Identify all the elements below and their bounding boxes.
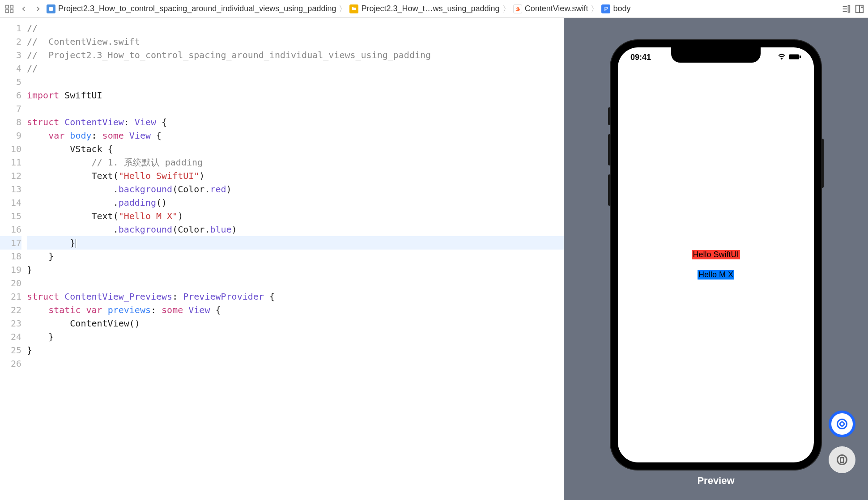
code-line[interactable]: // Project2.3_How_to_control_spacing_aro… [27,48,564,62]
preview-on-device-button[interactable] [829,446,855,473]
code-line[interactable] [27,276,564,290]
code-line[interactable]: } [27,250,564,263]
line-number: 22 [0,303,21,317]
line-number: 9 [0,129,21,142]
line-number: 2 [0,35,21,48]
phone-volume-up [608,134,611,165]
status-time: 09:41 [630,53,651,62]
related-items-button[interactable] [4,3,15,15]
main-area: 1234567891011121314151617181920212223242… [0,18,868,500]
folder-icon [349,4,358,13]
code-line[interactable]: Text("Hello SwiftUI") [27,169,564,182]
nav-forward-button[interactable] [32,3,44,15]
phone-content: Hello SwiftUI Hello M X [618,67,814,462]
phone-frame: 09:41 Hello SwiftUI Hello M X [611,40,821,470]
svg-rect-2 [6,9,9,12]
code-line[interactable]: // [27,62,564,75]
phone-notch [671,47,761,63]
code-editor[interactable]: 1234567891011121314151617181920212223242… [0,18,564,500]
svg-rect-13 [789,54,799,59]
breadcrumb-symbol[interactable]: body [613,4,630,13]
code-line[interactable]: ContentView() [27,317,564,330]
code-line[interactable]: .background(Color.red) [27,182,564,196]
code-line[interactable] [27,102,564,115]
property-icon: P [601,4,610,13]
line-number: 17 [0,236,21,250]
breadcrumb-separator: 〉 [502,4,511,14]
code-line[interactable]: .background(Color.blue) [27,223,564,236]
minimap-toggle-button[interactable] [841,4,851,14]
line-number: 4 [0,62,21,75]
line-number: 8 [0,115,21,129]
code-line[interactable]: } [27,263,564,276]
svg-rect-8 [848,5,850,12]
code-line[interactable]: var body: some View { [27,129,564,142]
add-editor-button[interactable] [855,4,864,14]
breadcrumb-file[interactable]: ContentView.swift [525,4,588,13]
svg-rect-4 [49,7,53,11]
line-number: 24 [0,330,21,343]
code-line[interactable]: // 1. 系统默认 padding [27,156,564,169]
line-number: 19 [0,263,21,276]
code-line[interactable]: Text("Hello M X") [27,209,564,223]
svg-rect-1 [10,5,13,8]
preview-text-1: Hello SwiftUI [692,250,740,259]
svg-rect-3 [10,9,13,12]
swift-file-icon [513,4,522,13]
breadcrumb: Project2.3_How_to_control_spacing_around… [47,4,838,14]
code-line[interactable]: VStack { [27,142,564,156]
line-number: 1 [0,21,21,35]
nav-back-button[interactable] [18,3,30,15]
line-number: 18 [0,250,21,263]
code-line[interactable]: } [27,330,564,343]
code-line[interactable]: // [27,21,564,35]
line-number: 20 [0,276,21,290]
phone-power-button [821,139,824,188]
line-number: 11 [0,156,21,169]
text-cursor [76,239,76,248]
breadcrumb-separator: 〉 [339,4,347,14]
svg-point-16 [840,422,844,426]
phone-screen: 09:41 Hello SwiftUI Hello M X [618,47,814,462]
code-line[interactable] [27,357,564,370]
code-line[interactable]: import SwiftUI [27,89,564,102]
line-number: 21 [0,290,21,303]
preview-pane: 09:41 Hello SwiftUI Hello M X Pre [564,18,868,500]
breadcrumb-folder[interactable]: Project2.3_How_t…ws_using_padding [361,4,499,13]
line-number: 25 [0,343,21,357]
breadcrumb-separator: 〉 [591,4,599,14]
svg-rect-14 [800,55,801,58]
live-preview-button[interactable] [829,411,855,437]
project-icon [47,4,55,13]
code-line[interactable] [27,75,564,89]
code-line[interactable]: struct ContentView_Previews: PreviewProv… [27,290,564,303]
line-number: 10 [0,142,21,156]
line-number: 3 [0,48,21,62]
phone-volume-down [608,174,611,206]
line-number: 16 [0,223,21,236]
line-number: 6 [0,89,21,102]
phone-mute-switch [608,107,611,125]
preview-label: Preview [697,475,734,487]
code-line[interactable]: // ContentView.swift [27,35,564,48]
code-line[interactable]: } [27,236,564,250]
line-number: 14 [0,196,21,209]
breadcrumb-project[interactable]: Project2.3_How_to_control_spacing_around… [58,4,336,13]
battery-icon [789,53,801,62]
line-number: 23 [0,317,21,330]
svg-rect-0 [6,5,9,8]
toolbar-right [841,4,864,14]
svg-point-17 [838,455,847,465]
line-number: 13 [0,182,21,196]
code-line[interactable]: static var previews: some View { [27,303,564,317]
code-line[interactable]: struct ContentView: View { [27,115,564,129]
preview-text-2: Hello M X [698,270,734,280]
line-number: 7 [0,102,21,115]
line-number: 26 [0,357,21,370]
line-number: 15 [0,209,21,223]
code-line[interactable]: } [27,343,564,357]
line-number-gutter: 1234567891011121314151617181920212223242… [0,18,27,500]
code-content[interactable]: //// ContentView.swift// Project2.3_How_… [27,18,564,500]
svg-point-15 [838,419,847,429]
code-line[interactable]: .padding() [27,196,564,209]
